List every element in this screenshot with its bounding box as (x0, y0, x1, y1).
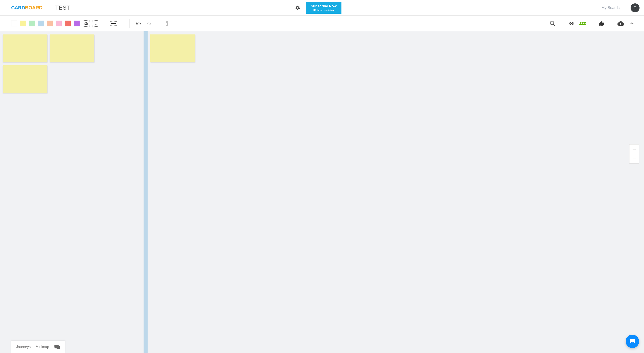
separator (130, 19, 130, 28)
separator (158, 19, 158, 28)
trash-icon (164, 21, 170, 26)
svg-point-0 (550, 21, 554, 25)
collapse-button[interactable] (628, 20, 636, 28)
search-button[interactable] (548, 20, 556, 28)
footer-panel: Journeys Minimap (11, 341, 65, 353)
plus-icon (632, 147, 636, 151)
undo-icon (136, 21, 142, 27)
color-swatch-green[interactable] (29, 21, 35, 27)
svg-point-4 (584, 22, 586, 24)
redo-button[interactable] (145, 20, 152, 27)
card[interactable] (150, 35, 195, 62)
subscribe-button[interactable]: Subscribe Now 30 days remaining (306, 2, 342, 14)
color-swatch-orange[interactable] (47, 21, 53, 27)
svg-point-2 (580, 22, 582, 24)
separator (592, 19, 592, 28)
download-button[interactable] (617, 20, 625, 28)
link-button[interactable] (568, 20, 576, 28)
like-button[interactable] (598, 20, 606, 28)
column-divider[interactable] (144, 31, 148, 353)
subscribe-main-label: Subscribe Now (311, 4, 337, 8)
undo-button[interactable] (135, 20, 142, 27)
collaborators-button[interactable] (579, 20, 587, 28)
separator (625, 3, 625, 12)
card[interactable] (3, 35, 48, 62)
app-header: CARDBOARD TEST Subscribe Now 30 days rem… (0, 0, 644, 16)
header-right: My Boards T (602, 3, 640, 12)
color-swatch-yellow[interactable] (20, 21, 26, 27)
settings-button[interactable] (295, 5, 300, 11)
zoom-control (629, 144, 639, 164)
header-center: Subscribe Now 30 days remaining (35, 2, 602, 14)
logo-text-1: CARD (11, 5, 25, 11)
gear-icon (295, 5, 300, 11)
camera-icon (84, 22, 88, 25)
user-avatar[interactable]: T (630, 3, 640, 12)
search-icon (550, 20, 556, 27)
vertical-line-icon (122, 21, 122, 26)
redo-icon (146, 21, 152, 27)
zoom-in-button[interactable] (630, 145, 639, 154)
image-card-button[interactable] (83, 20, 90, 27)
svg-line-1 (554, 24, 555, 26)
minimap-tab[interactable]: Minimap (36, 345, 49, 349)
comments-button[interactable] (54, 344, 60, 350)
intercom-icon (629, 338, 636, 345)
vertical-divider-button[interactable] (120, 20, 124, 27)
color-swatch-red[interactable] (65, 21, 71, 27)
card[interactable] (3, 65, 48, 93)
my-boards-link[interactable]: My Boards (602, 6, 620, 10)
color-swatch-blue[interactable] (38, 21, 44, 27)
text-card-button[interactable]: T (92, 20, 99, 27)
thumbs-up-icon (599, 21, 605, 27)
separator (562, 19, 562, 28)
journeys-tab[interactable]: Journeys (16, 345, 31, 349)
color-swatch-white[interactable] (11, 21, 17, 27)
chevron-up-icon (629, 21, 634, 26)
card[interactable] (50, 35, 94, 62)
avatar-initial: T (634, 6, 636, 10)
link-icon (569, 21, 574, 27)
horizontal-divider-button[interactable] (110, 22, 117, 26)
delete-button[interactable] (164, 20, 170, 27)
svg-point-3 (582, 22, 584, 24)
board-canvas[interactable]: Journeys Minimap (0, 31, 644, 353)
cloud-download-icon (618, 20, 624, 27)
intercom-chat-button[interactable] (626, 335, 639, 348)
color-swatch-pink[interactable] (56, 21, 62, 27)
horizontal-line-icon (111, 23, 116, 24)
color-swatch-purple[interactable] (74, 21, 80, 27)
toolbar: T (0, 16, 644, 31)
toolbar-right (548, 19, 636, 28)
chat-icon (54, 344, 60, 350)
zoom-out-button[interactable] (630, 154, 639, 163)
people-icon (579, 20, 587, 27)
subscribe-sub-label: 30 days remaining (314, 9, 334, 12)
minus-icon (632, 157, 636, 161)
